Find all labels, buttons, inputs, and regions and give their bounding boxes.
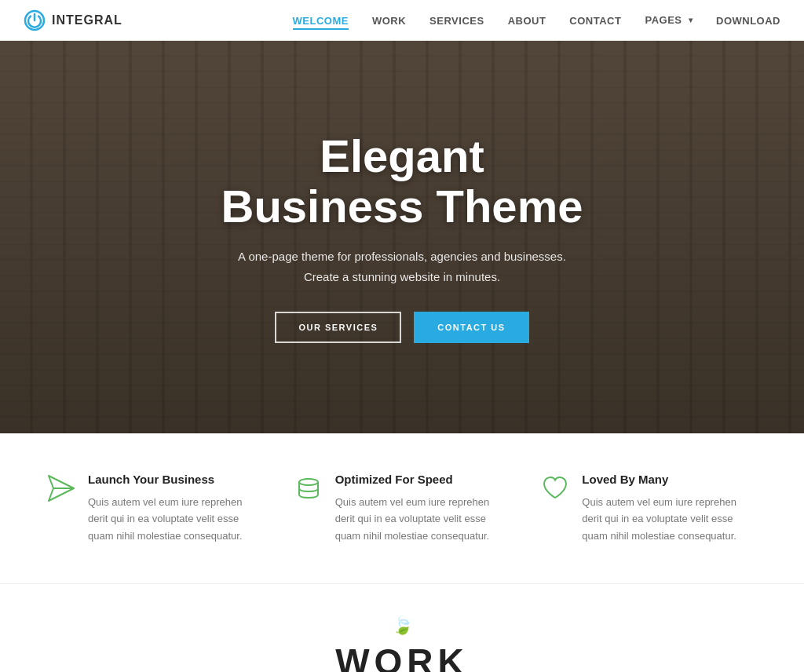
- leaf-icon: 🍃: [47, 615, 757, 636]
- feature-loved-text: Quis autem vel eum iure reprehen derit q…: [582, 494, 757, 544]
- nav-item-download[interactable]: DOWNLOAD: [716, 13, 780, 27]
- our-services-button[interactable]: OUR SERVICES: [275, 312, 401, 343]
- hero-subtitle: A one-page theme for professionals, agen…: [221, 247, 583, 287]
- feature-speed: Optimized For Speed Quis autem vel eum i…: [294, 473, 510, 544]
- nav-item-work[interactable]: WORK: [372, 13, 406, 27]
- nav-link-download[interactable]: DOWNLOAD: [716, 15, 780, 27]
- paper-plane-icon: [47, 474, 75, 502]
- hero-content: Elegant Business Theme A one-page theme …: [221, 131, 583, 344]
- nav-item-services[interactable]: SERVICES: [429, 13, 484, 27]
- nav-item-pages[interactable]: PAGES ▾: [645, 14, 693, 26]
- chevron-down-icon: ▾: [689, 16, 693, 24]
- feature-launch-content: Launch Your Business Quis autem vel eum …: [88, 473, 263, 544]
- features-section: Launch Your Business Quis autem vel eum …: [0, 433, 804, 583]
- feature-speed-content: Optimized For Speed Quis autem vel eum i…: [335, 473, 510, 544]
- heart-icon: [541, 474, 569, 502]
- feature-launch-title: Launch Your Business: [88, 473, 263, 486]
- work-title: WORK: [47, 641, 757, 672]
- feature-loved-title: Loved By Many: [582, 473, 757, 486]
- feature-speed-text: Quis autem vel eum iure reprehen derit q…: [335, 494, 510, 544]
- contact-us-button[interactable]: CONTACT US: [414, 312, 528, 343]
- hero-title-line1: Elegant: [221, 131, 583, 181]
- nav-link-work[interactable]: WORK: [372, 15, 406, 27]
- hero-subtitle-line1: A one-page theme for professionals, agen…: [238, 250, 566, 263]
- hero-buttons: OUR SERVICES CONTACT US: [221, 312, 583, 343]
- nav-links: WELCOME WORK SERVICES ABOUT CONTACT PAGE…: [293, 13, 780, 27]
- nav-link-welcome[interactable]: WELCOME: [293, 15, 349, 30]
- nav-item-about[interactable]: ABOUT: [508, 13, 546, 27]
- nav-item-welcome[interactable]: WELCOME: [293, 13, 349, 27]
- logo-icon: [24, 9, 46, 31]
- feature-launch-text: Quis autem vel eum iure reprehen derit q…: [88, 494, 263, 544]
- nav-item-contact[interactable]: CONTACT: [569, 13, 621, 27]
- logo-text: INTEGRAL: [52, 13, 122, 27]
- feature-loved: Loved By Many Quis autem vel eum iure re…: [541, 473, 757, 544]
- feature-speed-title: Optimized For Speed: [335, 473, 510, 486]
- logo[interactable]: INTEGRAL: [24, 9, 122, 31]
- hero-section: Elegant Business Theme A one-page theme …: [0, 41, 804, 433]
- nav-link-contact[interactable]: CONTACT: [569, 15, 621, 27]
- database-icon: [294, 474, 323, 502]
- hero-subtitle-line2: Create a stunning website in minutes.: [304, 270, 500, 283]
- nav-link-services[interactable]: SERVICES: [429, 15, 484, 27]
- feature-launch: Launch Your Business Quis autem vel eum …: [47, 473, 263, 544]
- nav-link-about[interactable]: ABOUT: [508, 15, 546, 27]
- hero-title-line2: Business Theme: [221, 181, 583, 232]
- navbar: INTEGRAL WELCOME WORK SERVICES ABOUT CON…: [0, 0, 804, 41]
- svg-point-3: [299, 479, 318, 485]
- work-section: 🍃 WORK Donec nec justo eget felis facili…: [0, 583, 804, 672]
- feature-loved-content: Loved By Many Quis autem vel eum iure re…: [582, 473, 757, 544]
- nav-link-pages[interactable]: PAGES ▾: [645, 14, 693, 26]
